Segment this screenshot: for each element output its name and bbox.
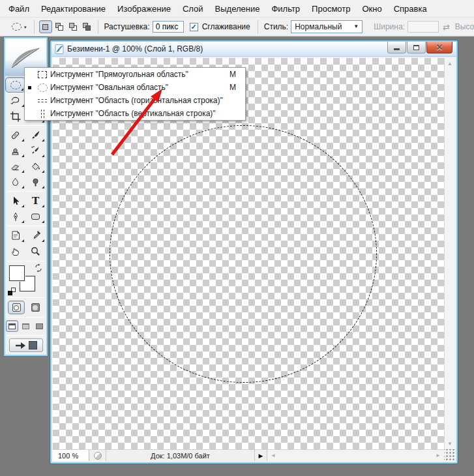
flyout-item-elliptical-marquee[interactable]: Инструмент "Овальная область" M xyxy=(25,81,245,94)
blur-icon xyxy=(10,177,21,188)
menu-window[interactable]: Окно xyxy=(356,1,387,16)
menu-edit[interactable]: Редактирование xyxy=(35,1,111,16)
tool-path-selection[interactable] xyxy=(5,193,25,209)
flyout-item-rectangular-marquee[interactable]: Инструмент "Прямоугольная область" M xyxy=(25,68,245,81)
standard-screen-button[interactable] xyxy=(6,320,18,332)
scroll-down-icon[interactable]: ▼ xyxy=(447,438,452,449)
dodge-icon xyxy=(30,177,41,188)
tool-paint-bucket[interactable] xyxy=(25,158,46,174)
add-to-selection-button[interactable] xyxy=(53,20,66,33)
tool-pen[interactable] xyxy=(5,209,25,224)
tool-notes[interactable] xyxy=(5,228,25,243)
tool-zoom[interactable] xyxy=(25,243,46,259)
tool-type[interactable]: T xyxy=(25,193,46,209)
menu-view[interactable]: Просмотр xyxy=(306,1,356,16)
menu-select[interactable]: Выделение xyxy=(209,1,266,16)
document-titlebar[interactable]: Безимени-1 @ 100% (Слой 1, RGB/8) ✕ xyxy=(52,42,456,57)
scroll-up-icon[interactable]: ▲ xyxy=(447,58,452,69)
active-tool-dot xyxy=(28,86,31,89)
tool-options-bar: ▾ Растушевка: ✓ Сглаживание Стиль: Норма… xyxy=(0,18,474,37)
play-icon: ▶ xyxy=(259,453,263,459)
divider xyxy=(7,125,44,126)
pen-icon xyxy=(10,211,21,222)
paint-bucket-icon xyxy=(30,161,41,172)
standard-mode-button[interactable] xyxy=(8,301,25,314)
tool-elliptical-marquee[interactable] xyxy=(5,77,25,93)
tool-blur[interactable] xyxy=(5,174,25,190)
standard-mode-icon xyxy=(12,303,21,312)
tool-eraser[interactable] xyxy=(5,158,25,174)
tool-healing-brush[interactable] xyxy=(5,127,25,143)
new-selection-icon xyxy=(42,24,48,30)
divider xyxy=(7,335,44,336)
fullscreen-with-menu-button[interactable] xyxy=(20,320,32,332)
flyout-item-single-row-marquee[interactable]: Инструмент "Область (горизонтальная стро… xyxy=(25,94,245,107)
scroll-left-icon[interactable]: ◄ xyxy=(267,453,279,458)
menu-bar: Файл Редактирование Изображение Слой Выд… xyxy=(0,0,474,18)
quick-mask-icon xyxy=(31,303,40,312)
minimize-button[interactable] xyxy=(387,42,406,53)
jump-arrow-icon xyxy=(15,341,27,350)
history-brush-icon xyxy=(30,145,41,156)
tool-eyedropper[interactable] xyxy=(25,228,46,243)
new-selection-button[interactable] xyxy=(39,20,52,33)
restore-button[interactable] xyxy=(407,42,426,53)
width-input xyxy=(407,21,439,33)
horizontal-scrollbar[interactable]: ◄ ► xyxy=(267,450,444,461)
intersect-selection-button[interactable] xyxy=(80,20,93,33)
clone-stamp-icon xyxy=(10,145,21,156)
tool-shape[interactable] xyxy=(25,209,46,224)
fullscreen-button[interactable] xyxy=(33,320,46,332)
menu-filter[interactable]: Фильтр xyxy=(265,1,306,16)
foreground-color-swatch[interactable] xyxy=(9,265,25,281)
separator xyxy=(367,20,368,34)
feather-input[interactable] xyxy=(153,21,184,33)
tool-dodge[interactable] xyxy=(25,174,46,190)
restore-icon xyxy=(413,45,419,50)
swap-colors-icon[interactable] xyxy=(34,263,43,273)
active-indicator xyxy=(25,86,35,89)
document-icon xyxy=(55,44,65,54)
default-colors-icon[interactable] xyxy=(8,288,16,295)
document-title: Безимени-1 @ 100% (Слой 1, RGB/8) xyxy=(67,44,203,53)
close-button[interactable]: ✕ xyxy=(426,42,452,53)
swap-dimensions-icon: ⇄ xyxy=(443,22,450,32)
scroll-right-icon[interactable]: ► xyxy=(432,453,444,458)
elliptical-marquee-icon xyxy=(35,83,50,92)
tool-history-brush[interactable] xyxy=(25,143,46,158)
divider xyxy=(7,261,44,261)
edit-in-imageready-button[interactable] xyxy=(9,338,43,352)
tool-preset-picker[interactable]: ▾ xyxy=(9,22,29,32)
flyout-item-single-column-marquee[interactable]: Инструмент "Область (вертикальная строка… xyxy=(25,107,245,120)
menu-image[interactable]: Изображение xyxy=(111,1,177,16)
caret-down-icon: ▼ xyxy=(353,24,359,29)
window-resize-grip[interactable] xyxy=(444,449,455,461)
imageready-icon xyxy=(29,341,37,350)
tool-crop[interactable] xyxy=(5,108,25,124)
tool-brush[interactable] xyxy=(25,127,46,143)
tool-lasso[interactable] xyxy=(5,93,25,108)
tool-hand[interactable] xyxy=(5,243,25,259)
document-size-info: Док: 1,03M/0 байт xyxy=(106,450,255,461)
rectangular-marquee-icon xyxy=(35,71,50,78)
vertical-scrollbar[interactable]: ▲ ▼ xyxy=(444,58,455,449)
lasso-icon xyxy=(10,95,21,106)
antialias-checkbox[interactable]: ✓ xyxy=(190,23,198,31)
status-bar-menu-button[interactable]: ▶ xyxy=(255,450,267,461)
path-selection-icon xyxy=(10,196,20,206)
menu-layer[interactable]: Слой xyxy=(177,1,209,16)
style-select[interactable]: Нормальный ▼ xyxy=(291,20,363,33)
brush-icon xyxy=(30,130,41,141)
marquee-tools-flyout: Инструмент "Прямоугольная область" M Инс… xyxy=(24,67,246,121)
quick-mask-mode-button[interactable] xyxy=(27,301,44,314)
crop-icon xyxy=(10,111,21,122)
eyedropper-icon xyxy=(31,230,41,241)
menu-file[interactable]: Файл xyxy=(3,1,35,16)
status-timer-button[interactable] xyxy=(89,450,106,461)
selection-mode-group xyxy=(39,20,93,33)
zoom-level-field[interactable]: 100 % xyxy=(53,450,89,461)
tool-clone-stamp[interactable] xyxy=(5,143,25,158)
subtract-from-selection-button[interactable] xyxy=(67,20,80,33)
elliptical-marquee-icon xyxy=(10,81,21,89)
menu-help[interactable]: Справка xyxy=(388,1,433,16)
